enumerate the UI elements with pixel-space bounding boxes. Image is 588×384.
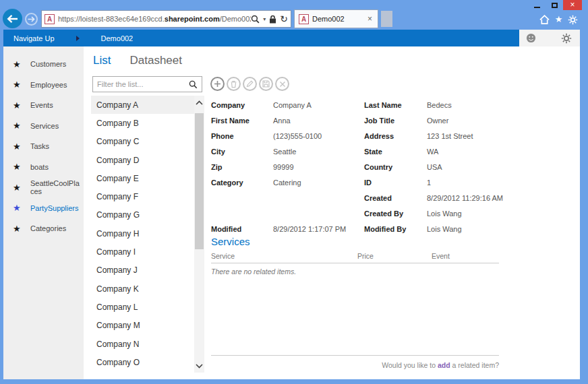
add-related-item-link[interactable]: add	[438, 361, 450, 369]
window-border-right	[580, 30, 588, 379]
record-item-label: Company N	[96, 340, 139, 349]
window-controls: ×	[528, 0, 582, 10]
field-value: Anna	[273, 117, 364, 125]
cancel-record-button[interactable]	[275, 77, 289, 91]
edit-record-button[interactable]	[243, 77, 257, 91]
star-icon: ★	[13, 203, 30, 213]
related-services-heading[interactable]: Services	[211, 236, 250, 247]
record-toolbar	[210, 77, 289, 91]
back-button[interactable]	[3, 9, 22, 28]
new-tab-button[interactable]	[381, 11, 392, 27]
url-text[interactable]: https://loistest-883ec64e169ccd.sharepoi…	[58, 15, 251, 23]
close-icon: ×	[570, 0, 575, 10]
record-list-item[interactable]: Company K	[91, 280, 194, 298]
close-button[interactable]: ×	[563, 0, 582, 10]
sidebar-item[interactable]: ★ Customers	[3, 54, 84, 75]
app-content: List Datasheet	[84, 46, 580, 379]
home-button[interactable]	[539, 14, 550, 25]
forward-arrow-icon	[28, 16, 35, 22]
scrollbar-thumb[interactable]	[195, 113, 204, 249]
scroll-down-button[interactable]	[194, 360, 204, 372]
field-value: Lois Wang	[427, 225, 562, 233]
gear-icon	[568, 15, 578, 25]
record-list-item[interactable]: Company C	[91, 133, 194, 151]
sidebar-item[interactable]: ★ Tasks	[3, 136, 84, 157]
field-value: Owner	[427, 117, 562, 125]
favorites-button[interactable]: ★	[553, 14, 564, 25]
view-tab[interactable]: Datasheet	[129, 54, 182, 67]
chevron-up-icon	[196, 100, 203, 105]
record-list-item[interactable]: Company A	[91, 96, 194, 114]
sidebar-item-label: Customers	[30, 60, 83, 68]
sidebar-item[interactable]: ★ Employees	[3, 75, 84, 96]
delete-record-button[interactable]	[227, 77, 241, 91]
column-header-price: Price	[357, 252, 374, 260]
sidebar-item[interactable]: ★ Categories	[3, 218, 84, 239]
forward-button[interactable]	[25, 13, 38, 26]
record-list-item[interactable]: Company N	[91, 335, 194, 353]
view-tab[interactable]: List	[93, 54, 111, 67]
record-item-label: Company K	[96, 284, 139, 294]
save-record-button[interactable]	[259, 77, 273, 91]
record-list-item[interactable]: Company O	[91, 353, 194, 371]
sidebar-item[interactable]: ★ PartySuppliers	[3, 198, 84, 219]
browser-tab[interactable]: A Demo002 ×	[294, 9, 378, 28]
star-icon: ★	[13, 183, 30, 193]
record-list-item[interactable]: Company F	[91, 187, 194, 205]
address-dropdown-caret-icon[interactable]: ▾	[263, 16, 266, 22]
feedback-smiley-icon[interactable]	[526, 33, 536, 43]
record-list-item[interactable]: Company L	[91, 298, 194, 316]
tab-title: Demo002	[312, 15, 366, 23]
site-settings-gear-icon[interactable]	[561, 33, 572, 44]
related-footer-divider	[211, 355, 499, 356]
refresh-icon[interactable]: ↻	[280, 14, 288, 24]
sidebar-item[interactable]: ★ boats	[3, 157, 84, 178]
record-item-label: Company H	[96, 229, 139, 238]
sidebar-item-label: boats	[30, 163, 83, 171]
sidebar-item-label: Tasks	[30, 142, 83, 150]
navigate-up-link[interactable]: Navigate Up	[13, 34, 55, 42]
record-item-label: Company C	[96, 137, 139, 146]
address-bar[interactable]: A https://loistest-883ec64e169ccd.sharep…	[41, 10, 291, 28]
star-icon: ★	[13, 100, 30, 110]
field-value: WA	[427, 148, 562, 156]
record-list-item[interactable]: Company B	[91, 114, 194, 132]
field-label: First Name	[211, 117, 273, 125]
record-item-label: Company M	[96, 321, 140, 330]
browser-titlebar: × A https://loistest-883ec64e169ccd.shar…	[0, 0, 588, 30]
search-icon[interactable]	[251, 15, 260, 24]
sidebar-item-label: Categories	[30, 224, 83, 232]
field-label: Country	[364, 163, 427, 171]
record-list-item[interactable]: Company G	[91, 206, 194, 224]
record-list-item[interactable]: Company M	[91, 317, 194, 335]
sidebar-item[interactable]: ★ SeattleCoolPlaces	[3, 177, 84, 198]
related-add-prompt: Would you like to add a related item?	[211, 361, 499, 369]
record-list-scrollbar[interactable]	[194, 96, 204, 373]
site-title: Demo002	[101, 34, 134, 42]
maximize-button[interactable]	[546, 0, 563, 10]
field-label: Modified By	[364, 225, 427, 233]
filter-box	[92, 76, 202, 92]
sidebar-item[interactable]: ★ Services	[3, 116, 84, 137]
star-icon: ★	[13, 79, 30, 90]
record-list-item[interactable]: Company E	[91, 169, 194, 187]
record-list-item[interactable]: Company I	[91, 243, 194, 261]
record-list-item[interactable]: Company H	[91, 224, 194, 243]
browser-settings-button[interactable]	[567, 14, 579, 25]
field-label: Phone	[211, 132, 273, 140]
scroll-up-button[interactable]	[194, 96, 204, 108]
home-icon	[539, 15, 550, 24]
add-record-button[interactable]	[210, 77, 225, 91]
record-item-label: Company G	[96, 210, 140, 220]
filter-input[interactable]	[97, 80, 189, 88]
sidebar-item[interactable]: ★ Events	[3, 95, 84, 116]
record-list: Company A Company B Company C Company D …	[91, 96, 194, 373]
field-value: Seattle	[273, 148, 364, 156]
filter-search-icon[interactable]	[189, 80, 198, 89]
star-icon: ★	[13, 224, 30, 234]
record-list-item[interactable]: Company D	[91, 151, 194, 169]
record-list-item[interactable]: Company J	[91, 261, 194, 280]
minimize-button[interactable]	[528, 0, 546, 10]
cancel-x-icon	[279, 81, 286, 88]
tab-close-icon[interactable]: ×	[366, 14, 374, 24]
